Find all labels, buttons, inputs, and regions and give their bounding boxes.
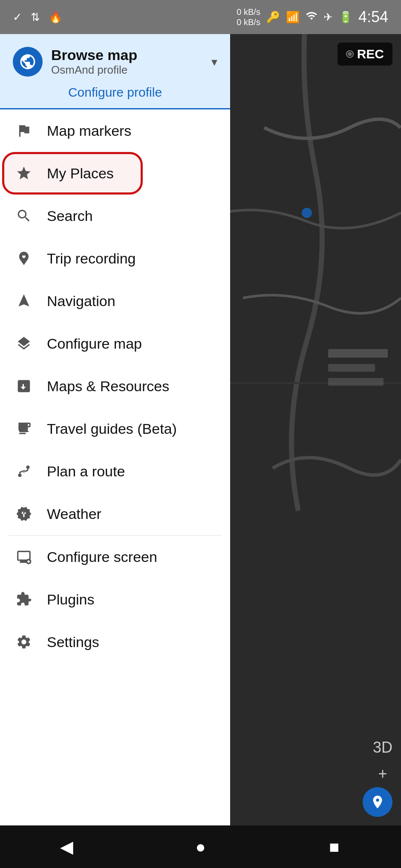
star-icon [13,162,35,184]
navigation-label: Navigation [47,293,115,309]
search-icon [13,205,35,227]
battery-icon: 🔋 [339,11,352,24]
sidebar-item-map-markers[interactable]: Map markers [0,109,230,152]
plan-route-label: Plan a route [47,463,125,480]
map-controls: 3D + [373,739,392,783]
menu-list: Map markers My Places Search [0,109,230,825]
navigation-icon [13,290,35,312]
status-right-icons: 0 kB/s 0 kB/s 🔑 📶 ✈ 🔋 4:54 [237,7,388,27]
dropdown-arrow-icon[interactable]: ▾ [211,55,217,69]
sidebar-item-maps-resources[interactable]: Maps & Resources [0,365,230,407]
sidebar-item-trip-recording[interactable]: Trip recording [0,237,230,280]
upload-speed: 0 kB/s [237,7,260,17]
svg-point-7 [18,474,22,477]
sidebar-item-configure-map[interactable]: Configure map [0,322,230,365]
download-speed: 0 kB/s [237,17,260,27]
plan-route-icon [13,460,35,482]
profile-title: Browse map [51,47,203,63]
svg-rect-5 [19,431,29,432]
sidebar-item-configure-screen[interactable]: Configure screen [0,536,230,578]
sidebar-item-settings[interactable]: Settings [0,621,230,663]
profile-icon [13,47,43,77]
home-button[interactable]: ● [183,830,217,864]
side-drawer: Browse map OsmAnd profile ▾ Configure pr… [0,34,230,825]
my-places-label: My Places [47,165,114,182]
configure-screen-label: Configure screen [47,549,157,565]
profile-row[interactable]: Browse map OsmAnd profile ▾ [13,47,217,77]
map-zoom-in-button[interactable]: + [378,765,387,783]
network-speed: 0 kB/s 0 kB/s [237,7,260,27]
rec-button[interactable]: REC [338,43,392,66]
svg-point-1 [302,208,312,218]
location-fab[interactable] [363,787,392,817]
svg-rect-6 [19,433,26,434]
bottom-navigation: ◀ ● ■ [0,825,401,868]
airplane-icon: ✈ [323,11,333,24]
map-markers-label: Map markers [47,123,131,139]
travel-guides-label: Travel guides (Beta) [47,421,177,437]
signal-icon: 📶 [286,11,300,24]
svg-rect-2 [328,349,388,358]
status-bar: ✓ ⇅ 🔥 0 kB/s 0 kB/s 🔑 📶 ✈ 🔋 4:54 [0,0,401,34]
configure-profile-link[interactable]: Configure profile [13,85,217,100]
flag-icon [13,120,35,142]
sidebar-item-my-places[interactable]: My Places [0,152,230,195]
status-time: 4:54 [358,8,388,26]
svg-rect-3 [328,364,375,372]
sidebar-item-weather[interactable]: Weather [0,493,230,535]
back-button[interactable]: ◀ [50,830,84,864]
rec-label: REC [357,47,384,61]
layers-icon [13,332,35,355]
download-icon [13,375,35,397]
book-icon [13,418,35,440]
sidebar-item-travel-guides[interactable]: Travel guides (Beta) [0,407,230,450]
sidebar-item-search[interactable]: Search [0,195,230,237]
sidebar-item-plugins[interactable]: Plugins [0,578,230,621]
configure-screen-icon [13,546,35,568]
map-3d-button[interactable]: 3D [373,739,392,756]
recent-button[interactable]: ■ [317,830,351,864]
svg-rect-4 [328,378,384,386]
umbrella-icon [13,503,35,525]
configure-map-label: Configure map [47,335,142,352]
puzzle-icon [13,588,35,610]
trip-recording-icon [13,247,35,269]
sidebar-item-plan-route[interactable]: Plan a route [0,450,230,493]
svg-point-9 [23,470,25,473]
wifi-icon [306,10,317,25]
trip-recording-label: Trip recording [47,250,136,267]
weather-label: Weather [47,506,101,522]
check-icon: ✓ [13,11,22,24]
profile-subtitle: OsmAnd profile [51,63,203,77]
settings-label: Settings [47,634,99,650]
profile-text: Browse map OsmAnd profile [51,47,203,77]
status-left-icons: ✓ ⇅ 🔥 [13,11,62,24]
search-label: Search [47,208,93,224]
svg-point-8 [26,466,30,469]
plugins-label: Plugins [47,591,95,608]
rec-dot-icon [346,50,354,58]
flame-icon: 🔥 [49,11,62,24]
sidebar-item-navigation[interactable]: Navigation [0,280,230,322]
settings-gear-icon [13,631,35,653]
drawer-header: Browse map OsmAnd profile ▾ Configure pr… [0,34,230,109]
route-icon: ⇅ [31,11,40,24]
maps-resources-label: Maps & Resources [47,378,169,395]
key-icon: 🔑 [266,11,280,24]
